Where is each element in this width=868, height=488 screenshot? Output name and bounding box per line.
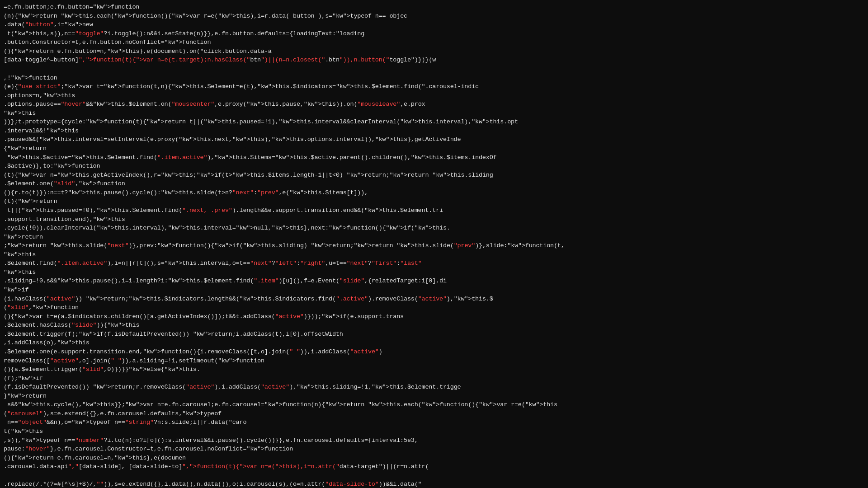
code-line: "kw">this <box>4 250 864 259</box>
code-line: removeClass(["active",o].join(" ")),a.sl… <box>4 357 864 366</box>
code-line: (t){"kw">return <box>4 197 864 206</box>
code-line: "kw">return <box>4 233 864 242</box>
code-line: =e.fn.button;e.fn.button="kw">function <box>4 3 864 12</box>
code-line: t("kw">this <box>4 427 864 436</box>
code-line: [data-toggle^=button]",">function(t){">v… <box>4 56 864 65</box>
code-editor: =e.fn.button;e.fn.button="kw">function(n… <box>0 0 868 488</box>
code-line: .$element.hasClass("slide")){"kw">this <box>4 321 864 330</box>
code-line: (f);"kw">if <box>4 374 864 383</box>
code-line: ,i.addClass(o),"kw">this <box>4 338 864 347</box>
code-line: pause:"hover"},e.fn.carousel.Constructor… <box>4 445 864 454</box>
code-line: ("slid","kw">function <box>4 303 864 312</box>
code-line: "kw">if <box>4 286 864 295</box>
code-line: .interval&&!"kw">this <box>4 127 864 136</box>
code-line: "kw">this <box>4 268 864 277</box>
code-line: .$element.one("slid","kw">function <box>4 179 864 188</box>
code-line: .carousel.data-api","[data-slide], [data… <box>4 462 864 471</box>
code-line: .options=n,"kw">this <box>4 91 864 100</box>
code-line: {"kw">return <box>4 144 864 153</box>
code-line: .button.Constructor=t,e.fn.button.noConf… <box>4 38 864 47</box>
code-line: ,!"kw">function <box>4 74 864 83</box>
code-line: .support.transition.end),"kw">this <box>4 215 864 224</box>
code-line: .replace(/.*(?=#[^\s]+$)/,"")),s=e.exten… <box>4 480 864 488</box>
code-line: .data("button",i="kw">new <box>4 20 864 29</box>
code-line: ("carousel"),s=e.extend({},e.fn.carousel… <box>4 409 864 418</box>
code-line: "kw">this <box>4 109 864 118</box>
code-line: }"kw">return <box>4 392 864 401</box>
code-line: .$active)},to:"kw">function <box>4 162 864 171</box>
